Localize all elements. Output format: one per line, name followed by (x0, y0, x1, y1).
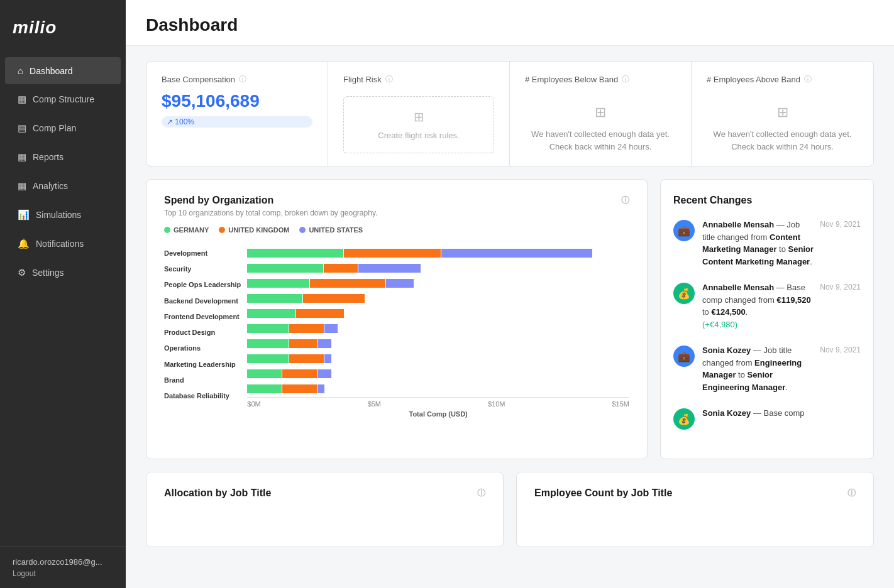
below-band-info-icon[interactable]: ⓘ (622, 74, 629, 85)
germany-dot (164, 227, 170, 233)
axis-15m: $15M (612, 400, 629, 408)
rc-text: Sonia Kozey — Base comp (702, 407, 805, 420)
rc-body: Annabelle Mensah — Base comp changed fro… (702, 281, 861, 330)
main-header: Dashboard (126, 0, 894, 46)
rc-avatar: 💼 (673, 220, 695, 241)
employee-count-job-title-card: Employee Count by Job Title ⓘ (516, 472, 874, 547)
bar-row (247, 246, 629, 260)
sidebar-item-dashboard[interactable]: ⌂ Dashboard (5, 57, 121, 84)
sidebar-item-analytics[interactable]: ▦ Analytics (5, 172, 121, 200)
bar-segment (247, 309, 295, 318)
above-band-info-icon[interactable]: ⓘ (804, 74, 812, 85)
sidebar: milio ⌂ Dashboard ▦ Comp Structure ▤ Com… (0, 0, 126, 588)
bar-row (247, 291, 629, 305)
bar-segment (441, 249, 593, 258)
spend-chart-info-icon[interactable]: ⓘ (621, 195, 629, 206)
bar-segment (247, 384, 282, 393)
bar-segment (303, 294, 365, 303)
rc-avatar: 💰 (673, 283, 695, 304)
rc-name: Sonia Kozey (702, 408, 751, 418)
bar-chart-content: $0M $5M $10M $15M Total Comp (USD) (247, 246, 629, 418)
below-band-info: ⊞ We haven't collected enough data yet. … (525, 91, 676, 153)
bar-segment (317, 384, 324, 393)
above-band-chart-icon: ⊞ (777, 104, 788, 121)
base-compensation-title: Base Compensation ⓘ (162, 74, 312, 85)
bar-segment (289, 339, 317, 348)
bar-segment (344, 249, 440, 258)
bar-label: Database Reliability (164, 389, 241, 403)
below-band-info-text: We haven't collected enough data yet. Ch… (525, 128, 676, 153)
uk-dot (219, 227, 225, 233)
us-dot (299, 227, 306, 233)
rc-item-inner: Annabelle Mensah — Job title changed fro… (702, 219, 861, 268)
rc-name: Annabelle Mensah (702, 220, 774, 229)
rc-name: Sonia Kozey (702, 346, 751, 355)
legend-us: UNITED STATES (299, 226, 363, 234)
above-band-title: # Employees Above Band ⓘ (707, 74, 858, 85)
employee-count-info-icon[interactable]: ⓘ (847, 487, 856, 499)
rc-item: 💼 Annabelle Mensah — Job title changed f… (673, 219, 861, 268)
bar-labels: DevelopmentSecurityPeople Ops Leadership… (164, 246, 247, 418)
bar-label: Frontend Development (164, 310, 241, 324)
simulations-icon: 📊 (18, 209, 30, 220)
bar-row (247, 382, 629, 396)
bar-chart-area: DevelopmentSecurityPeople Ops Leadership… (164, 246, 629, 418)
above-band-info-text: We haven't collected enough data yet. Ch… (707, 128, 858, 153)
bar-row (247, 322, 629, 335)
sidebar-item-settings[interactable]: ⚙ Settings (5, 259, 121, 286)
axis-0m: $0M (247, 400, 260, 408)
bar-row (247, 307, 629, 320)
axis-5m: $5M (368, 400, 381, 408)
username: ricardo.orozco1986@g... (13, 557, 113, 567)
base-compensation-value: $95,106,689 (162, 91, 312, 111)
bar-segment (282, 369, 317, 378)
bar-segment (289, 324, 324, 333)
flight-risk-info-icon[interactable]: ⓘ (385, 74, 393, 85)
metric-card-flight-risk: Flight Risk ⓘ ⊞ Create flight risk rules… (328, 62, 510, 166)
sidebar-item-notifications-label: Notifications (36, 239, 84, 249)
bar-segment (296, 309, 345, 318)
rc-avatar: 💼 (673, 346, 695, 367)
sidebar-item-comp-structure[interactable]: ▦ Comp Structure (5, 85, 121, 113)
logout-button[interactable]: Logout (13, 569, 113, 578)
legend-germany: GERMANY (164, 226, 209, 234)
chart-legend: GERMANY UNITED KINGDOM UNITED STATES (164, 226, 629, 234)
sidebar-item-reports[interactable]: ▦ Reports (5, 143, 121, 171)
bar-segment (247, 339, 289, 348)
sidebar-item-analytics-label: Analytics (33, 181, 68, 191)
chart-placeholder-icon: ⊞ (414, 109, 424, 124)
user-area: ricardo.orozco1986@g... Logout (0, 547, 126, 588)
middle-row: Spend by Organization ⓘ Top 10 organizat… (146, 179, 874, 459)
base-compensation-info-icon[interactable]: ⓘ (239, 74, 246, 85)
flight-risk-placeholder[interactable]: ⊞ Create flight risk rules. (343, 96, 494, 153)
sidebar-item-comp-structure-label: Comp Structure (33, 94, 94, 104)
rc-item-inner: Sonia Kozey — Job title changed from Eng… (702, 344, 861, 393)
bar-segment (289, 354, 324, 363)
sidebar-item-comp-plan[interactable]: ▤ Comp Plan (5, 114, 121, 142)
recent-changes-card: Recent Changes 💼 Annabelle Mensah — Job … (660, 179, 874, 459)
bar-segment (247, 279, 309, 288)
recent-changes-items: 💼 Annabelle Mensah — Job title changed f… (673, 219, 861, 430)
spend-chart-subtitle: Top 10 organizations by total comp, brok… (164, 209, 629, 217)
rc-avatar: 💰 (673, 408, 695, 430)
sidebar-item-simulations[interactable]: 📊 Simulations (5, 201, 121, 229)
reports-icon: ▦ (18, 151, 26, 163)
uk-label: UNITED KINGDOM (228, 226, 289, 234)
bar-segment (386, 279, 414, 288)
rc-body: Sonia Kozey — Base comp (702, 407, 861, 420)
bar-row (247, 367, 629, 381)
sidebar-item-reports-label: Reports (33, 152, 63, 162)
analytics-icon: ▦ (18, 180, 26, 192)
bar-label: Security (164, 262, 241, 276)
comp-plan-icon: ▤ (18, 122, 26, 134)
main-content-area: Dashboard Base Compensation ⓘ $95,106,68… (126, 0, 894, 588)
below-band-title: # Employees Below Band ⓘ (525, 74, 676, 85)
bar-row (247, 352, 629, 366)
bar-segment (247, 294, 302, 303)
sidebar-item-notifications[interactable]: 🔔 Notifications (5, 230, 121, 258)
settings-icon: ⚙ (18, 267, 26, 278)
sidebar-item-dashboard-label: Dashboard (30, 66, 73, 76)
above-band-info: ⊞ We haven't collected enough data yet. … (707, 91, 858, 153)
rc-text: Annabelle Mensah — Base comp changed fro… (702, 281, 814, 330)
allocation-info-icon[interactable]: ⓘ (477, 487, 485, 499)
